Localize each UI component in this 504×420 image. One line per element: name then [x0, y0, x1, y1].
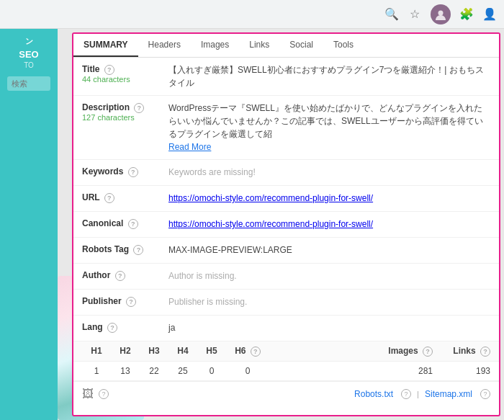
canonical-value: https://omochi-style.com/recommend-plugi…	[168, 218, 490, 231]
search-input[interactable]	[7, 76, 50, 91]
images-value: 281	[269, 366, 447, 376]
page-area: ン SEO TO SUMMARY Headers Images Links So…	[0, 29, 504, 420]
h1-value: 1	[82, 366, 111, 376]
robots-tag-value: MAX-IMAGE-PREVIEW:LARGE	[168, 243, 490, 256]
publisher-help-icon[interactable]: ?	[126, 297, 136, 307]
title-value: 【入れすぎ厳禁】SWELL初心者におすすめプラグイン7つを厳選紹介！| おもちス…	[168, 63, 490, 89]
publisher-label: Publisher ?	[82, 295, 168, 307]
svg-point-0	[438, 10, 444, 15]
title-label: Title ? 44 characters	[82, 63, 168, 84]
tab-images[interactable]: Images	[191, 34, 239, 57]
author-value: Author is missing.	[168, 269, 490, 282]
h6-value: 0	[226, 366, 269, 376]
description-row: Description ? 127 characters WordPressテー…	[73, 96, 499, 160]
h3-header: H3	[140, 346, 168, 356]
content-area: SUMMARY Headers Images Links Social Tool…	[58, 29, 504, 420]
links-header: Links ?	[447, 346, 490, 357]
images-header: Images ?	[269, 346, 447, 357]
lang-help-icon[interactable]: ?	[107, 323, 117, 333]
keywords-help-icon[interactable]: ?	[128, 167, 138, 177]
h1-header: H1	[82, 346, 111, 356]
description-char-count: 127 characters	[82, 113, 168, 122]
robots-tag-label: Robots Tag ?	[82, 243, 168, 255]
canonical-row: Canonical ? https://omochi-style.com/rec…	[73, 212, 499, 238]
tab-social[interactable]: Social	[279, 34, 323, 57]
stats-value-row: 1 13 22 25 0 0 281 193	[73, 362, 499, 381]
tab-tools[interactable]: Tools	[323, 34, 364, 57]
url-label: URL ?	[82, 192, 168, 203]
h6-header: H6 ?	[226, 346, 269, 357]
title-char-count: 44 characters	[82, 75, 168, 84]
description-value: WordPressテーマ『SWELL』を使い始めたばかりで、どんなプラグインを入…	[168, 102, 490, 153]
h4-header: H4	[168, 346, 197, 356]
links-value: 193	[447, 366, 490, 376]
footer-separator: |	[417, 390, 419, 398]
url-value: https://omochi-style.com/recommend-plugi…	[168, 192, 490, 205]
publisher-row: Publisher ? Publisher is missing.	[73, 290, 499, 316]
profile-icon[interactable]: 👤	[482, 7, 497, 22]
h4-value: 25	[168, 366, 197, 376]
title-help-icon[interactable]: ?	[104, 65, 114, 75]
read-more-link[interactable]: Read More	[168, 140, 490, 153]
tab-headers[interactable]: Headers	[138, 34, 191, 57]
author-row: Author ? Author is missing.	[73, 264, 499, 290]
h5-value: 0	[197, 366, 226, 376]
extension-icon[interactable]: 🧩	[459, 7, 474, 22]
browser-chrome: 🔍 ☆ 🧩 👤	[0, 0, 504, 29]
footer-img-help-icon[interactable]: ?	[99, 389, 109, 399]
lang-value: ja	[168, 321, 490, 334]
canonical-link[interactable]: https://omochi-style.com/recommend-plugi…	[168, 219, 373, 229]
sitemap-xml-link[interactable]: Sitemap.xml	[425, 389, 472, 399]
description-help-icon[interactable]: ?	[134, 103, 144, 113]
images-help-icon[interactable]: ?	[423, 347, 433, 357]
author-help-icon[interactable]: ?	[115, 271, 125, 281]
bookmark-icon[interactable]: ☆	[408, 7, 422, 22]
keywords-row: Keywords ? Keywords are missing!	[73, 160, 499, 186]
h3-value: 22	[140, 366, 168, 376]
robots-tag-help-icon[interactable]: ?	[133, 245, 143, 255]
tab-summary[interactable]: SUMMARY	[73, 34, 138, 57]
footer-row: 🖼 ? Robots.txt ? | Sitemap.xml ?	[73, 381, 499, 406]
canonical-label: Canonical ?	[82, 218, 168, 229]
robots-tag-row: Robots Tag ? MAX-IMAGE-PREVIEW:LARGE	[73, 238, 499, 264]
author-label: Author ?	[82, 269, 168, 281]
sidebar-bottom-label: TO	[24, 61, 34, 69]
publisher-value: Publisher is missing.	[168, 295, 490, 308]
h5-header: H5	[197, 346, 226, 356]
image-placeholder-icon: 🖼	[82, 388, 94, 401]
lang-row: Lang ? ja	[73, 316, 499, 341]
tab-bar: SUMMARY Headers Images Links Social Tool…	[73, 34, 499, 58]
robots-help-icon[interactable]: ?	[401, 389, 411, 399]
canonical-help-icon[interactable]: ?	[128, 219, 138, 229]
url-row: URL ? https://omochi-style.com/recommend…	[73, 186, 499, 212]
lang-label: Lang ?	[82, 321, 168, 333]
links-help-icon[interactable]: ?	[480, 347, 490, 357]
keywords-label: Keywords ?	[82, 166, 168, 177]
footer-left: 🖼 ?	[82, 388, 109, 401]
stats-header-row: H1 H2 H3 H4 H5 H6 ? Images ? Links	[73, 341, 499, 362]
sidebar: ン SEO TO	[0, 29, 58, 420]
h2-header: H2	[111, 346, 140, 356]
sidebar-top-text: ン	[25, 36, 33, 46]
panel-content: Title ? 44 characters 【入れすぎ厳禁】SWELL初心者にお…	[73, 58, 499, 415]
keywords-value: Keywords are missing!	[168, 166, 490, 179]
h6-help-icon[interactable]: ?	[251, 347, 261, 357]
search-icon[interactable]: 🔍	[384, 7, 399, 22]
title-row: Title ? 44 characters 【入れすぎ厳禁】SWELL初心者にお…	[73, 58, 499, 96]
url-help-icon[interactable]: ?	[104, 193, 114, 203]
sidebar-seo-text: SEO	[19, 49, 38, 61]
h2-value: 13	[111, 366, 140, 376]
description-label: Description ? 127 characters	[82, 102, 168, 122]
robots-txt-link[interactable]: Robots.txt	[354, 389, 393, 399]
tab-links[interactable]: Links	[239, 34, 279, 57]
seo-panel: SUMMARY Headers Images Links Social Tool…	[72, 32, 500, 416]
sitemap-help-icon[interactable]: ?	[480, 389, 490, 399]
profile-avatar[interactable]	[431, 4, 451, 24]
url-link[interactable]: https://omochi-style.com/recommend-plugi…	[168, 193, 373, 203]
